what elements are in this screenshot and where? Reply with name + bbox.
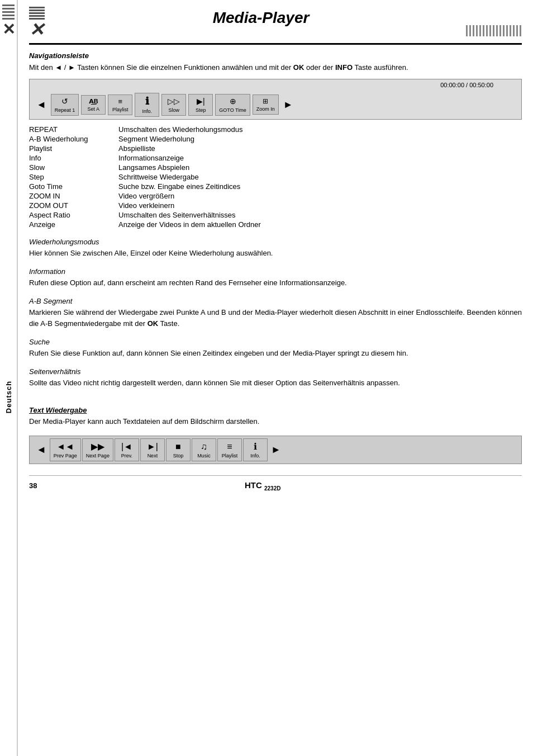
controls-row: ◄ ↺ Repeat 1 A͟B Set A ≡ Playlist ℹ Info… xyxy=(34,93,296,117)
time-display: 00:00:00 / 00:50:00 xyxy=(440,82,493,88)
feature-row: Goto Time Suche bzw. Eingabe eines Zeiti… xyxy=(29,182,522,191)
feature-row: Playlist Abspielliste xyxy=(29,144,522,153)
nav-description: Mit den ◄ / ► Tasten können Sie die einz… xyxy=(29,62,522,73)
goto-time-button[interactable]: ⊕ GOTO Time xyxy=(215,94,250,116)
bottom-playlist-button[interactable]: ≡ Playlist xyxy=(217,438,242,461)
feature-name: Slow xyxy=(29,163,118,172)
zoom-in-label: Zoom In xyxy=(256,106,275,112)
section-body: Rufen diese Option auf, dann erscheint a… xyxy=(29,277,522,289)
feature-row: Step Schrittweise Wiedergabe xyxy=(29,173,522,181)
left-nav-arrow[interactable]: ◄ xyxy=(34,98,49,112)
section-title: Seitenverhältnis xyxy=(29,367,522,376)
feature-name: Aspect Ratio xyxy=(29,211,118,219)
bottom-playlist-label: Playlist xyxy=(222,453,238,459)
feature-name: Anzeige xyxy=(29,220,118,229)
prev-page-button[interactable]: ◄◄ Prev Page xyxy=(50,438,81,461)
model-label: HTC 2232D xyxy=(37,480,488,492)
feature-desc: Video vergrößern xyxy=(118,192,174,200)
model-sub: 2232D xyxy=(264,485,280,492)
section-body: Rufen Sie diese Funktion auf, dann könne… xyxy=(29,348,522,360)
stop-icon: ■ xyxy=(175,441,181,452)
nav-desc-text3: Taste ausführen. xyxy=(353,63,408,72)
bottom-control-bar: ◄ ◄◄ Prev Page ▶▶ Next Page |◄ Prev. ►| … xyxy=(29,436,522,464)
feature-desc: Umschalten des Wiederholungsmodus xyxy=(118,125,243,134)
section-title: A-B Segment xyxy=(29,297,522,305)
goto-icon: ⊕ xyxy=(230,97,236,106)
feature-desc: Video verkleinern xyxy=(118,201,174,210)
next-page-button[interactable]: ▶▶ Next Page xyxy=(82,438,113,461)
feature-name: Info xyxy=(29,154,118,162)
section-wiederholung: Wiederholungsmodus Hier können Sie zwisc… xyxy=(29,238,522,259)
nav-desc-text1: Mit den ◄ / ► Tasten können Sie die einz… xyxy=(29,63,293,72)
nav-section-title: Navigationsleiste xyxy=(29,51,522,60)
feature-name: ZOOM IN xyxy=(29,192,118,200)
section-body: Hier können Sie zwischen Alle, Einzel od… xyxy=(29,248,522,259)
step-button[interactable]: ▶| Step xyxy=(188,94,213,116)
next-page-label: Next Page xyxy=(86,453,110,459)
feature-desc: Anzeige der Videos in dem aktuellen Ordn… xyxy=(118,220,261,229)
nav-ok-bold: OK xyxy=(293,63,304,72)
step-icon: ▶| xyxy=(197,97,205,106)
section-text-wiedergabe: Text Wiedergabe Der Media-Player kann au… xyxy=(29,406,522,428)
bottom-info-button[interactable]: ℹ Info. xyxy=(243,438,268,461)
header-logo: ✕ xyxy=(29,7,45,39)
header-pattern xyxy=(466,25,522,36)
prev-page-label: Prev Page xyxy=(54,453,77,459)
slow-button[interactable]: ▷▷ Slow xyxy=(161,94,186,116)
set-a-button[interactable]: A͟B Set A xyxy=(81,95,106,115)
feature-name: ZOOM OUT xyxy=(29,201,118,210)
feature-row: ZOOM OUT Video verkleinern xyxy=(29,201,522,210)
sidebar: ✕ Deutsch xyxy=(0,0,18,756)
info-button[interactable]: ℹ Info. xyxy=(135,93,159,117)
feature-desc: Suche bzw. Eingabe eines Zeitindices xyxy=(118,182,240,191)
ok-bold: OK xyxy=(147,319,159,328)
music-button[interactable]: ♫ Music xyxy=(192,438,216,461)
stop-button[interactable]: ■ Stop xyxy=(166,438,191,461)
bottom-right-arrow[interactable]: ► xyxy=(269,443,283,457)
feature-name: Playlist xyxy=(29,144,118,153)
section-body: Markieren Sie während der Wiedergabe zwe… xyxy=(29,307,522,330)
feature-desc: Abspielliste xyxy=(118,144,155,153)
repeat-button[interactable]: ↺ Repeat 1 xyxy=(51,94,79,116)
repeat-label: Repeat 1 xyxy=(55,107,75,113)
info-icon: ℹ xyxy=(145,96,149,108)
prev-button[interactable]: |◄ Prev. xyxy=(115,438,139,461)
step-label: Step xyxy=(196,107,206,113)
bottom-info-label: Info. xyxy=(250,453,260,459)
page-title: Media-Player xyxy=(56,7,466,27)
music-icon: ♫ xyxy=(201,441,207,452)
feature-row: Anzeige Anzeige der Videos in dem aktuel… xyxy=(29,220,522,229)
bottom-playlist-icon: ≡ xyxy=(227,441,232,452)
feature-row: A-B Wiederholung Segment Wiederholung xyxy=(29,135,522,143)
feature-row: ZOOM IN Video vergrößern xyxy=(29,192,522,200)
playlist-label: Playlist xyxy=(112,107,129,112)
slow-icon: ▷▷ xyxy=(168,97,180,106)
right-nav-arrow[interactable]: ► xyxy=(281,98,296,112)
zoom-in-button[interactable]: ⊞ Zoom In xyxy=(253,94,279,115)
section-seitenverhaeltnis: Seitenverhältnis Sollte das Video nicht … xyxy=(29,367,522,389)
logo-lines xyxy=(29,7,45,20)
feature-name: Goto Time xyxy=(29,182,118,191)
next-button[interactable]: ►| Next xyxy=(140,438,165,461)
goto-label: GOTO Time xyxy=(219,107,246,113)
section-body: Sollte das Video nicht richtig dargestel… xyxy=(29,377,522,389)
playlist-button[interactable]: ≡ Playlist xyxy=(108,94,132,116)
prev-icon: |◄ xyxy=(121,441,132,452)
feature-name: Step xyxy=(29,173,118,181)
set-a-label: Set A xyxy=(88,106,100,112)
bottom-left-arrow[interactable]: ◄ xyxy=(34,443,49,457)
nav-section: Navigationsleiste Mit den ◄ / ► Tasten k… xyxy=(29,51,522,73)
section-title: Wiederholungsmodus xyxy=(29,238,522,246)
feature-row: Info Informationsanzeige xyxy=(29,154,522,162)
feature-desc: Informationsanzeige xyxy=(118,154,184,162)
next-page-icon: ▶▶ xyxy=(91,441,104,452)
main-content: ✕ Media-Player Navigationsleiste Mit den… xyxy=(18,0,533,503)
bottom-info-icon: ℹ xyxy=(254,441,257,452)
sidebar-x-logo: ✕ xyxy=(2,22,15,37)
next-icon: ►| xyxy=(147,441,158,452)
section-title: Suche xyxy=(29,338,522,346)
next-label: Next xyxy=(147,453,158,459)
text-section-body: Der Media-Player kann auch Textdateien a… xyxy=(29,416,522,428)
prev-page-icon: ◄◄ xyxy=(56,441,74,452)
sidebar-decoration xyxy=(2,4,15,20)
